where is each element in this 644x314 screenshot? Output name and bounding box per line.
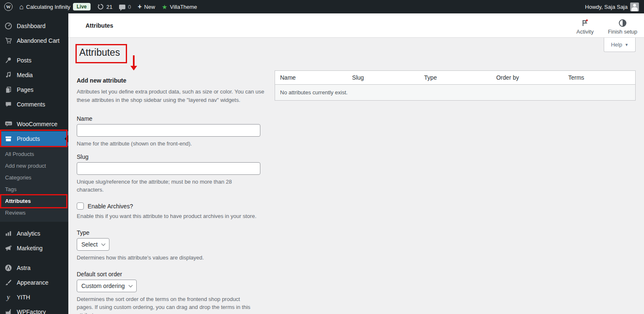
site-name: Calculating Infinity: [26, 4, 70, 10]
name-input[interactable]: [77, 124, 260, 137]
sidebar-item-label: Media: [17, 72, 33, 78]
submenu-item-all-products[interactable]: All Products: [0, 148, 68, 160]
submenu-item-attributes[interactable]: Attributes: [0, 195, 68, 207]
sidebar-item-astra[interactable]: Astra: [0, 260, 68, 275]
products-box-icon: [4, 135, 13, 143]
woocommerce-header: Attributes Activity Finish setup: [68, 13, 644, 38]
finish-setup-label: Finish setup: [608, 29, 637, 35]
sidebar-item-marketing[interactable]: Marketing: [0, 241, 68, 255]
slug-input[interactable]: [77, 162, 260, 175]
chevron-down-icon: [128, 283, 132, 287]
column-header-slug: Slug: [347, 71, 419, 85]
admin-sidebar: Dashboard Abandoned Cart Posts Media: [0, 13, 68, 314]
villatheme-link[interactable]: ★ VillaTheme: [162, 4, 197, 10]
help-label: Help: [611, 42, 622, 48]
submenu-item-categories[interactable]: Categories: [0, 171, 68, 183]
sort-select-value: Custom ordering: [81, 283, 125, 289]
active-menu-arrow: [61, 135, 68, 143]
sidebar-item-label: Products: [17, 135, 40, 142]
sidebar-item-media[interactable]: Media: [0, 67, 68, 82]
yith-icon: y: [4, 293, 13, 301]
chevron-down-icon: ▼: [625, 43, 628, 47]
sort-select[interactable]: Custom ordering: [77, 280, 137, 292]
name-help: Name for the attribute (shown on the fro…: [77, 140, 253, 148]
finish-setup-icon: [618, 19, 627, 27]
archives-help: Enable this if you want this attribute t…: [77, 212, 274, 220]
new-content-link[interactable]: + New: [138, 3, 155, 10]
update-count: 21: [106, 4, 112, 10]
red-annotation-arrow: [133, 55, 135, 70]
type-help: Determines how this attribute's values a…: [77, 254, 253, 262]
sidebar-item-woocommerce[interactable]: Woo WooCommerce: [0, 117, 68, 131]
sidebar-item-analytics[interactable]: Analytics: [0, 226, 68, 241]
megaphone-icon: [4, 244, 13, 252]
sidebar-item-yith[interactable]: y YITH: [0, 290, 68, 304]
comments-icon: [4, 101, 13, 108]
type-label: Type: [77, 229, 274, 236]
submenu-item-add-new-product[interactable]: Add new product: [0, 160, 68, 171]
wordpress-logo-icon[interactable]: W: [4, 3, 13, 11]
enable-archives-checkbox[interactable]: [77, 202, 84, 210]
sidebar-item-pages[interactable]: Pages: [0, 82, 68, 97]
svg-text:Woo: Woo: [6, 122, 10, 125]
sidebar-item-label: Abandoned Cart: [17, 37, 60, 44]
slug-label: Slug: [77, 153, 274, 160]
sidebar-item-posts[interactable]: Posts: [0, 53, 68, 67]
activity-button[interactable]: Activity: [576, 16, 594, 35]
home-icon: ⌂: [19, 3, 23, 10]
sidebar-item-comments[interactable]: Comments: [0, 97, 68, 112]
sidebar-item-abandoned-cart[interactable]: Abandoned Cart: [0, 33, 68, 48]
cart-icon: [4, 37, 13, 44]
factory-icon: [4, 308, 13, 314]
star-icon: ★: [162, 4, 167, 10]
pin-icon: [4, 57, 13, 64]
page-title-wrap: Attributes: [75, 44, 127, 63]
villatheme-label: VillaTheme: [170, 4, 197, 10]
main-area: Attributes Activity Finish setup: [68, 13, 644, 314]
astra-icon: [4, 264, 13, 272]
chevron-down-icon: [101, 241, 105, 246]
wordpress-admin: W ⌂ Calculating Infinity Live 21 0 + New: [0, 0, 644, 314]
woocommerce-icon: Woo: [4, 120, 13, 128]
sidebar-separator: [0, 222, 68, 226]
account-menu[interactable]: Howdy, Saja Saja: [585, 3, 639, 11]
archives-label: Enable Archives?: [88, 203, 133, 210]
sidebar-item-appearance[interactable]: Appearance: [0, 275, 68, 290]
products-submenu: All Products Add new product Categories …: [0, 146, 68, 222]
update-icon: [97, 3, 104, 10]
column-header-terms: Terms: [563, 71, 635, 85]
sidebar-item-label: Dashboard: [17, 23, 46, 29]
sidebar-item-label: WPFactory: [17, 309, 46, 314]
empty-message: No attributes currently exist.: [275, 85, 635, 101]
form-heading: Add new attribute: [77, 77, 274, 84]
submenu-item-reviews[interactable]: Reviews: [0, 207, 68, 218]
sidebar-item-products[interactable]: Products: [0, 131, 68, 146]
site-name-link[interactable]: ⌂ Calculating Infinity Live: [19, 3, 91, 10]
type-field-group: Type Select Determines how this attribut…: [77, 229, 274, 262]
plus-icon: +: [138, 3, 142, 10]
table-header-row: Name Slug Type Order by Terms: [275, 71, 635, 85]
name-field-group: Name Name for the attribute (shown on th…: [77, 115, 274, 148]
dashboard-icon: [4, 22, 13, 30]
column-header-type: Type: [419, 71, 491, 85]
slug-field-group: Slug Unique slug/reference for the attri…: [77, 153, 274, 194]
pages-icon: [4, 86, 13, 93]
attributes-table: Name Slug Type Order by Terms No attribu…: [275, 70, 636, 101]
sidebar-item-label: Analytics: [17, 230, 40, 237]
archives-field-group: Enable Archives? Enable this if you want…: [77, 202, 274, 220]
submenu-item-tags[interactable]: Tags: [0, 183, 68, 195]
column-header-order-by: Order by: [491, 71, 563, 85]
name-label: Name: [77, 115, 274, 122]
red-annotation-title: Attributes: [75, 44, 127, 63]
type-select[interactable]: Select: [77, 238, 109, 251]
sort-help: Determines the sort order of the terms o…: [77, 295, 257, 314]
finish-setup-button[interactable]: Finish setup: [608, 16, 637, 35]
comments-link[interactable]: 0: [119, 4, 131, 10]
help-tab[interactable]: Help ▼: [604, 38, 636, 52]
analytics-icon: [4, 230, 13, 237]
updates-link[interactable]: 21: [97, 3, 112, 10]
form-intro: Attributes let you define extra product …: [77, 88, 272, 104]
sidebar-item-dashboard[interactable]: Dashboard: [0, 18, 68, 33]
sidebar-item-label: YITH: [17, 294, 30, 301]
sidebar-item-wpfactory[interactable]: WPFactory: [0, 304, 68, 314]
